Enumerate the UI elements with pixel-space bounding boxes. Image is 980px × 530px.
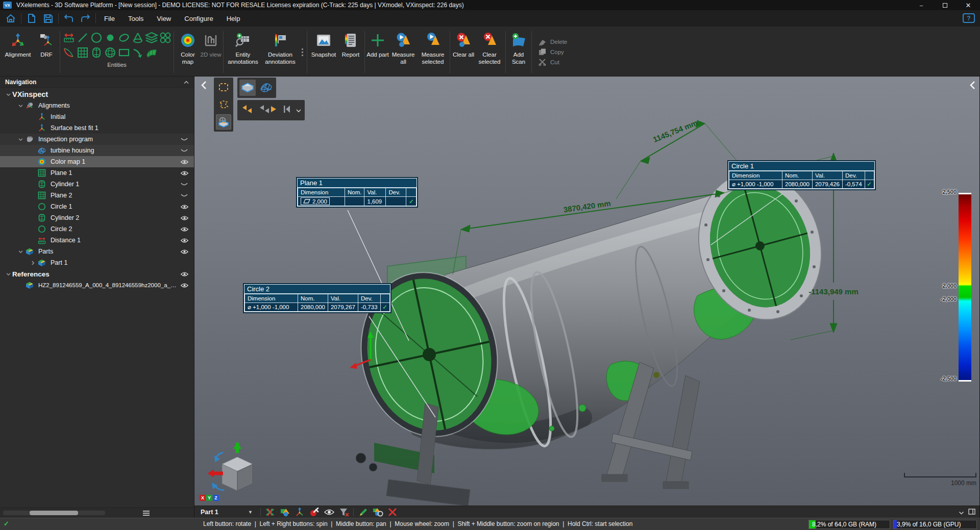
ribbon-overflow-icon[interactable] [302, 28, 303, 76]
entity-circle-grid-icon[interactable] [159, 32, 172, 46]
plane1-annotation[interactable]: Plane 1 Dimension Nom. Val. Dev. 2,000 1… [297, 178, 417, 207]
tree-item-reference-file[interactable]: HZ2_891246559_A_000_4_891246559hz2000_a_… [0, 280, 194, 291]
visibility-eye-icon[interactable] [324, 507, 335, 517]
chat-help-icon[interactable]: ? [963, 13, 975, 23]
filter-off-icon[interactable] [338, 507, 350, 517]
close-icon[interactable]: ✕ [957, 0, 980, 10]
entity-sphere-icon[interactable] [104, 46, 116, 61]
entity-distance-icon[interactable] [63, 33, 75, 45]
collapse-left-icon[interactable] [201, 81, 207, 92]
measure-all-button[interactable]: Measure all [389, 28, 418, 76]
3d-viewport[interactable]: 1145,754 mm 3870,420 mm -1143,949 mm [194, 77, 979, 506]
eye-icon[interactable] [179, 170, 190, 176]
entities-attach-icon[interactable] [372, 507, 383, 517]
caret-collapsed-icon[interactable] [29, 261, 37, 265]
entity-cylinder-icon[interactable] [90, 46, 103, 61]
freeform-selection-icon[interactable] [216, 97, 231, 112]
eye-icon[interactable] [179, 215, 190, 221]
edit-pencil-icon[interactable] [357, 507, 369, 517]
tree-item-plane-2[interactable]: Plane 2 [0, 190, 194, 201]
menu-file[interactable]: File [97, 10, 121, 27]
solid-view-icon[interactable] [239, 80, 256, 96]
cut-button[interactable]: Cut [538, 59, 567, 66]
mesh-view-icon[interactable] [258, 80, 274, 96]
circle2-annotation[interactable]: Circle 2 Dimension Nom. Val. Dev. ⌀ +1,0… [244, 284, 390, 312]
caret-expanded-icon[interactable] [4, 272, 12, 276]
menu-help[interactable]: Help [220, 10, 247, 27]
partial-visibility-icon[interactable] [179, 137, 190, 142]
copy-button[interactable]: Copy [538, 48, 567, 56]
entity-curve-icon[interactable] [63, 46, 75, 61]
tree-item-vxinspect[interactable]: VXinspect [0, 89, 194, 100]
tree-item-part-1[interactable]: Part 1 [0, 257, 194, 268]
caret-expanded-icon[interactable] [16, 249, 24, 254]
collapse-panel-icon[interactable] [184, 79, 189, 86]
entity-circle-icon[interactable] [90, 32, 103, 46]
entity-ellipse-icon[interactable] [118, 32, 130, 46]
entity-cone-icon[interactable] [132, 32, 144, 46]
tree-item-cylinder-2[interactable]: Cylinder 2 [0, 212, 194, 223]
entity-surface-icon[interactable] [145, 47, 158, 60]
entity-rectangle-icon[interactable] [118, 47, 130, 60]
tree-item-turbine-housing[interactable]: turbine housing [0, 145, 194, 156]
eye-icon[interactable] [179, 249, 190, 255]
eye-icon[interactable] [179, 226, 190, 232]
color-map-button[interactable]: Color map [176, 28, 200, 76]
eye-icon[interactable] [179, 283, 190, 288]
tree-item-references[interactable]: References [0, 268, 194, 280]
entity-arc-icon[interactable] [132, 46, 144, 61]
alignment-button[interactable]: Alignment [1, 28, 35, 76]
panel-layout-icon[interactable] [968, 508, 975, 517]
tree-item-plane-1[interactable]: Plane 1 [0, 167, 194, 179]
add-part-button[interactable]: Add part [366, 28, 389, 76]
2d-view-button[interactable]: 2D view [200, 28, 222, 76]
entity-point-icon[interactable] [105, 33, 115, 45]
tree-item-color-map-1[interactable]: Color map 1 [0, 156, 194, 167]
home-icon[interactable] [3, 12, 18, 25]
surface-selection-icon[interactable] [216, 114, 231, 130]
circle1-annotation[interactable]: Circle 1 Dimension Nom. Val. Dev. ⌀ +1,0… [728, 161, 875, 189]
drf-button[interactable]: DRF [35, 28, 58, 76]
collapse-caret-icon[interactable] [959, 508, 964, 517]
tree-item-circle-2[interactable]: Circle 2 [0, 223, 194, 235]
tree-item-circle-1[interactable]: Circle 1 [0, 201, 194, 212]
clear-selected-button[interactable]: Clear selected [475, 28, 504, 76]
clear-measure-icon[interactable] [264, 507, 276, 517]
playback-dropdown-icon[interactable] [296, 106, 302, 115]
add-scan-button[interactable]: Add Scan [507, 28, 530, 76]
redo-icon[interactable] [78, 12, 93, 25]
entity-plane-icon[interactable] [77, 46, 89, 61]
tree-item-alignments[interactable]: Alignments [0, 100, 194, 111]
caret-expanded-icon[interactable] [4, 92, 12, 97]
partial-visibility-icon[interactable] [179, 148, 190, 153]
tree-item-surface-best-fit-1[interactable]: Surface best fit 1 [0, 122, 194, 134]
first-step-icon[interactable] [282, 104, 291, 117]
snapshot-button[interactable]: Snapshot [309, 28, 338, 76]
maximize-icon[interactable] [933, 0, 957, 10]
clear-all-button[interactable]: Clear all [452, 28, 475, 76]
menu-configure[interactable]: Configure [178, 10, 219, 27]
deviation-annotations-button[interactable]: Deviation annotations [261, 28, 300, 76]
minimize-icon[interactable]: – [910, 0, 933, 10]
navigation-cube[interactable] [208, 442, 264, 497]
tree-item-parts[interactable]: Parts [0, 246, 194, 257]
delete-cross-icon[interactable] [387, 507, 398, 517]
entity-line-icon[interactable] [77, 32, 88, 45]
tree-item-initial[interactable]: Initial [0, 111, 194, 122]
undo-icon[interactable] [61, 12, 77, 25]
menu-view[interactable]: View [150, 10, 178, 27]
horizontal-scrollbar[interactable] [3, 511, 105, 515]
eye-icon[interactable] [179, 271, 190, 277]
list-view-icon[interactable] [143, 511, 150, 516]
probe-annotate-icon[interactable] [309, 507, 320, 517]
partial-visibility-icon[interactable] [179, 182, 190, 187]
rectangle-selection-icon[interactable] [216, 80, 231, 95]
tree-item-cylinder-1[interactable]: Cylinder 1 [0, 179, 194, 190]
part-selector-dropdown[interactable]: Part 1 ▼ [197, 507, 257, 517]
alignment-triad-icon[interactable] [294, 507, 305, 517]
eye-icon[interactable] [179, 204, 190, 210]
new-session-icon[interactable] [24, 12, 39, 25]
entity-annotations-button[interactable]: Entity annotations [225, 28, 261, 76]
step-navigation-icon[interactable] [258, 104, 278, 117]
report-button[interactable]: Report [338, 28, 363, 76]
